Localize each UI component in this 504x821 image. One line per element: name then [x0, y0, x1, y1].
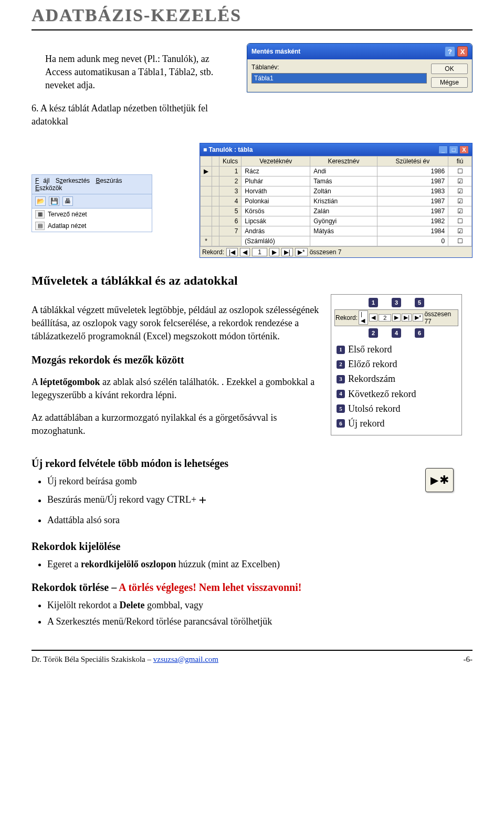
list-item: Beszúrás menü/Új rekord vagy CTRL+ +: [47, 491, 415, 510]
table-window-title: ■ Tanulók : tábla: [203, 146, 253, 153]
list-item: Új rekord beírása gomb: [47, 475, 415, 488]
table-window: ■ Tanulók : tábla _ □ X KulcsVezetéknévK…: [200, 143, 472, 258]
section-operations-title: Műveletek a táblákkal és az adatokkal: [32, 274, 472, 288]
subsection-navigation-para2: Az adattáblában a kurzormozgató nyilakka…: [32, 411, 320, 438]
design-view-icon: ▦: [35, 210, 45, 219]
list-number-6: 6.: [32, 103, 40, 113]
view-design[interactable]: ▦ Tervező nézet: [32, 209, 152, 220]
toolbar: 📂 💾 🖶: [32, 194, 152, 209]
dialog-title: Mentés másként: [251, 48, 300, 55]
table-row[interactable]: 2PluhárTamás1987☑: [201, 176, 472, 186]
save-icon[interactable]: 💾: [49, 196, 59, 206]
subsection-newrecord-title: Új rekord felvétele több módon is lehets…: [32, 458, 415, 470]
record-nav-figure: 1 3 5 Rekord: |◀ ◀ 2 ▶ ▶| ▶* összesen 77…: [331, 294, 462, 435]
subsection-select-title: Rekordok kijelölése: [32, 541, 472, 553]
list-item: Adattábla alsó sora: [47, 514, 415, 527]
recnavbar-new[interactable]: ▶*: [413, 314, 423, 321]
saveas-dialog: Mentés másként ? X Táblanév: Tábla1 OK M…: [247, 43, 472, 92]
maximize-icon[interactable]: □: [449, 146, 458, 154]
recnav-label: Rekord:: [202, 248, 224, 256]
datasheet-view-icon: ▤: [35, 222, 45, 230]
table-row[interactable]: *(Számláló)0☐: [201, 236, 472, 246]
close-icon[interactable]: X: [457, 46, 468, 57]
cancel-button[interactable]: Mégse: [431, 77, 468, 88]
new-record-button[interactable]: ▶*: [295, 248, 308, 256]
list-item: Kijelölt rekordot a Delete gombbal, vagy: [47, 599, 472, 612]
recnavbar-pos[interactable]: 2: [379, 314, 391, 321]
table-header[interactable]: [201, 156, 212, 166]
recnavbar-next[interactable]: ▶: [392, 314, 401, 321]
table-header[interactable]: Keresztnév: [310, 156, 377, 166]
list-item: Egeret a rekordkijelölő oszlopon húzzuk …: [47, 558, 472, 571]
recnavbar-total: összesen 77: [424, 310, 457, 325]
table-row[interactable]: ▶1RáczAndi1986☐: [201, 166, 472, 176]
help-icon[interactable]: ?: [445, 46, 455, 57]
menu-edit[interactable]: Szerkesztés: [56, 177, 90, 184]
menu-insert[interactable]: Beszúrás: [96, 177, 122, 184]
table-header[interactable]: fiú: [448, 156, 472, 166]
table-row[interactable]: 7AndrásMátyás1984☑: [201, 226, 472, 236]
newrecord-methods-list: Új rekord beírása gomb Beszúrás menü/Új …: [32, 475, 415, 527]
recnavbar-first[interactable]: |◀: [359, 310, 368, 325]
table-row[interactable]: 5KörsösZalán1987☑: [201, 206, 472, 216]
minimize-icon[interactable]: _: [438, 146, 448, 154]
callout-4: 4: [392, 328, 401, 338]
section-operations-para: A táblákkal végzett műveletek legtöbbje,…: [32, 304, 320, 344]
table-row[interactable]: 6LipcsákGyöngyi1982☐: [201, 216, 472, 226]
data-table[interactable]: KulcsVezetéknévKeresztnévSzületési évfiú…: [200, 156, 472, 246]
callout-5: 5: [415, 298, 424, 307]
footer-school: Dr. Török Béla Speciális Szakiskola –: [32, 655, 153, 663]
table-header[interactable]: Születési év: [377, 156, 448, 166]
menu-file[interactable]: Fájl: [35, 177, 49, 184]
record-total: összesen 7: [310, 248, 342, 256]
record-navigator[interactable]: Rekord: |◀ ◀ 1 ▶ ▶| ▶* összesen 7: [200, 246, 472, 257]
close-icon[interactable]: X: [459, 146, 469, 154]
subsection-delete-title: Rekordok törlése – A törlés végleges! Ne…: [32, 581, 472, 594]
page-header-title: ADATBÁZIS-KEZELÉS: [32, 0, 472, 30]
ok-button[interactable]: OK: [431, 64, 468, 74]
menubar: Fájl Szerkesztés Beszúrás Eszközök: [32, 174, 152, 194]
callout-2: 2: [369, 328, 378, 338]
table-row[interactable]: 3HorváthZoltán1983☑: [201, 186, 472, 196]
last-record-button[interactable]: ▶|: [281, 248, 293, 256]
footer-email-link[interactable]: vzsuzsa@gmail.com: [153, 655, 218, 663]
open-icon[interactable]: 📂: [35, 196, 46, 206]
table-header[interactable]: [212, 156, 219, 166]
recnavbar-label: Rekord:: [335, 314, 358, 321]
next-record-button[interactable]: ▶: [269, 248, 279, 256]
callout-3: 3: [392, 298, 401, 307]
dialog-field-label: Táblanév:: [251, 64, 427, 71]
recnavbar-prev[interactable]: ◀: [369, 314, 377, 321]
callout-6: 6: [415, 328, 424, 338]
tablename-input[interactable]: Tábla1: [251, 73, 427, 84]
intro-paragraph: Ha nem adunk meg nevet (Pl.: Tanulók), a…: [45, 53, 236, 92]
table-header[interactable]: Kulcs: [219, 156, 242, 166]
menu-tools[interactable]: Eszközök: [35, 184, 62, 192]
view-design-label: Tervező nézet: [48, 211, 87, 218]
callout-1: 1: [369, 298, 378, 307]
prev-record-button[interactable]: ◀: [240, 248, 250, 256]
page-footer: Dr. Török Béla Speciális Szakiskola – vz…: [32, 650, 472, 664]
view-datasheet[interactable]: ▤ Adatlap nézet: [32, 220, 152, 232]
app-fragment: Fájl Szerkesztés Beszúrás Eszközök 📂 💾 🖶…: [32, 174, 152, 232]
table-row[interactable]: 4PolonkaiKrisztián1987☑: [201, 196, 472, 206]
table-header[interactable]: Vezetéknév: [242, 156, 310, 166]
new-record-icon: ▶✱: [425, 468, 454, 492]
list-item: A Szerkesztés menü/Rekord törlése paranc…: [47, 615, 472, 628]
recnavbar-last[interactable]: ▶|: [402, 314, 412, 321]
subsection-navigation-para1: A léptetőgombok az ablak alsó szélén tal…: [32, 376, 320, 402]
intro-item6: A kész táblát Adatlap nézetben tölthetjü…: [32, 103, 208, 127]
print-icon[interactable]: 🖶: [62, 196, 73, 206]
record-nav-legend: 1Első rekord 2Előző rekord 3Rekordszám 4…: [334, 343, 458, 430]
view-datasheet-label: Adatlap nézet: [48, 222, 86, 230]
page-number: -6-: [464, 655, 473, 664]
first-record-button[interactable]: |◀: [226, 248, 238, 256]
subsection-navigation-title: Mozgás rekordok és mezők között: [32, 354, 320, 366]
record-position[interactable]: 1: [252, 248, 267, 256]
